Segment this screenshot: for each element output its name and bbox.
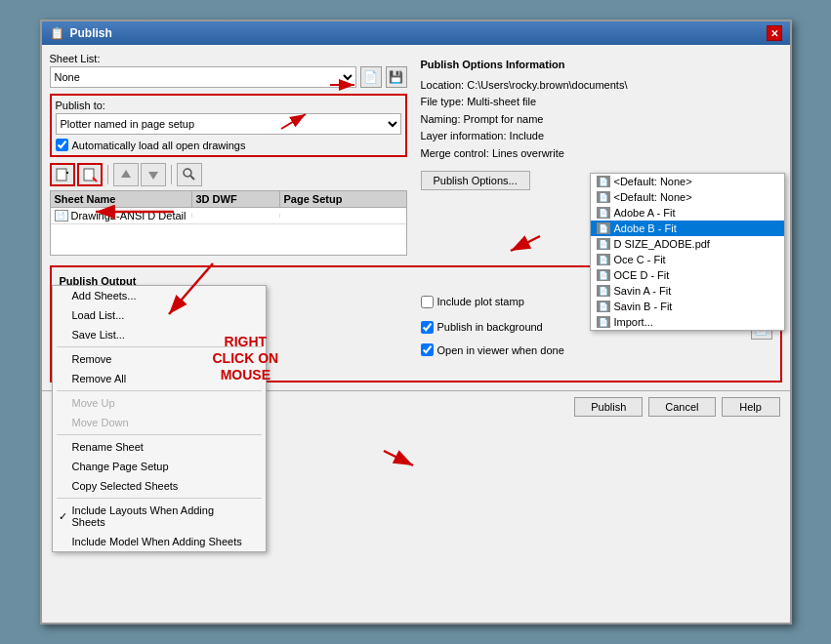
- ps-icon-2: 📄: [597, 207, 610, 219]
- ctx-include-model[interactable]: Include Model When Adding Sheets: [53, 532, 266, 551]
- ctx-add-sheets[interactable]: Add Sheets...: [53, 286, 266, 305]
- ps-item-4[interactable]: 📄 D SIZE_ADOBE.pdf: [591, 236, 784, 252]
- ps-item-3[interactable]: 📄 Adobe B - Fit: [591, 221, 784, 236]
- ps-icon-3: 📄: [597, 222, 610, 234]
- dwf-cell: [191, 214, 279, 218]
- publish-to-box: Publish to: Plotter named in page setup …: [50, 94, 407, 157]
- plot-stamp-label: Include plot stamp: [437, 296, 524, 307]
- ps-label-9: Import...: [614, 316, 653, 328]
- preview-btn[interactable]: [177, 163, 202, 186]
- dialog-title: Publish: [70, 26, 112, 40]
- sheet-list-icon-btn2[interactable]: 💾: [386, 66, 407, 88]
- background-label: Publish in background: [437, 321, 543, 333]
- ps-item-7[interactable]: 📄 Savin A - Fit: [591, 283, 784, 299]
- svg-marker-5: [121, 170, 131, 178]
- bottom-buttons: Publish Cancel Help: [574, 397, 779, 417]
- ps-item-0[interactable]: 📄 <Default: None>: [591, 174, 784, 189]
- filetype-value: Multi-sheet file: [467, 96, 536, 107]
- col-sheet-header: Sheet Name: [51, 191, 191, 207]
- sheet-list-icon-btn1[interactable]: 📄: [360, 66, 382, 88]
- ps-label-7: Savin A - Fit: [614, 285, 672, 297]
- ps-item-1[interactable]: 📄 <Default: None>: [591, 189, 784, 205]
- publish-to-dropdown[interactable]: Plotter named in page setup: [56, 113, 401, 135]
- ps-label-0: <Default: None>: [614, 176, 692, 187]
- naming-label: Naming:: [421, 113, 461, 125]
- svg-line-15: [384, 451, 413, 465]
- close-button[interactable]: ✕: [767, 25, 782, 41]
- sheet-list-row: None 📄 💾: [50, 66, 407, 88]
- naming-value: Prompt for name: [464, 113, 544, 125]
- move-up-btn[interactable]: [113, 163, 139, 186]
- auto-load-checkbox[interactable]: [56, 139, 68, 151]
- context-menu: Add Sheets... Load List... Save List... …: [52, 285, 267, 552]
- cancel-button[interactable]: Cancel: [648, 397, 715, 417]
- plot-stamp-checkbox[interactable]: [421, 296, 434, 308]
- ps-label-5: Oce C - Fit: [614, 254, 666, 265]
- toolbar-sep1: [107, 165, 108, 184]
- svg-line-8: [190, 176, 194, 180]
- location-value: C:\Users\rocky.brown\documents\: [467, 79, 627, 91]
- ctx-copy[interactable]: Copy Selected Sheets: [53, 476, 266, 496]
- help-button[interactable]: Help: [722, 397, 780, 417]
- ctx-include-layouts[interactable]: Include Layouts When Adding Sheets: [53, 501, 266, 532]
- right-click-annotation: RIGHTCLICK ONMOUSE: [213, 334, 279, 382]
- col-setup-header: Page Setup: [279, 191, 406, 207]
- ctx-move-down: Move Down: [53, 413, 266, 432]
- ps-icon-7: 📄: [597, 285, 610, 297]
- info-panel: Publish Options Information Location: C:…: [421, 57, 778, 163]
- ps-icon-5: 📄: [597, 254, 610, 265]
- publish-options-button[interactable]: Publish Options...: [421, 171, 530, 190]
- ps-item-9[interactable]: 📄 Import...: [591, 314, 784, 330]
- ps-icon-6: 📄: [597, 269, 610, 281]
- ps-icon-0: 📄: [597, 176, 610, 187]
- viewer-checkbox[interactable]: [421, 343, 434, 356]
- table-body: 📄 Drawing2-ANSI D Detail: [50, 207, 407, 256]
- page-setup-popup: 📄 <Default: None> 📄 <Default: None> 📄 Ad…: [590, 173, 785, 331]
- sheet-list-dropdown[interactable]: None: [50, 66, 356, 88]
- ps-icon-9: 📄: [597, 316, 610, 328]
- ctx-rename[interactable]: Rename Sheet: [53, 437, 266, 457]
- layer-value: Include: [510, 130, 544, 141]
- remove-sheet-btn[interactable]: [77, 163, 103, 186]
- ctx-change-setup[interactable]: Change Page Setup: [53, 457, 266, 476]
- title-bar: 📋 Publish ✕: [42, 21, 790, 45]
- sheet-name-value: Drawing2-ANSI D Detail: [71, 210, 187, 221]
- table-row[interactable]: 📄 Drawing2-ANSI D Detail: [51, 208, 406, 224]
- table-header: Sheet Name 3D DWF Page Setup: [50, 190, 407, 207]
- col-3ddwf-header: 3D DWF: [191, 191, 279, 207]
- viewer-row: Open in viewer when done: [421, 343, 772, 360]
- info-merge: Merge control: Lines overwrite: [421, 145, 778, 163]
- info-title: Publish Options Information: [421, 57, 778, 74]
- auto-load-label: Automatically load all open drawings: [72, 140, 246, 151]
- svg-point-7: [184, 169, 191, 177]
- toolbar-sep2: [171, 165, 172, 184]
- move-down-btn[interactable]: [141, 163, 166, 186]
- background-checkbox[interactable]: [421, 321, 434, 334]
- ps-item-8[interactable]: 📄 Savin B - Fit: [591, 299, 784, 314]
- ctx-move-up: Move Up: [53, 393, 266, 413]
- publish-button[interactable]: Publish: [574, 397, 643, 417]
- toolbar-row: [50, 163, 407, 186]
- ps-label-2: Adobe A - Fit: [614, 207, 676, 219]
- ps-icon-1: 📄: [597, 191, 610, 203]
- add-sheet-btn[interactable]: [50, 163, 75, 186]
- ctx-sep3: [57, 434, 262, 435]
- background-option: Publish in background: [421, 321, 543, 334]
- plot-stamp-option: Include plot stamp: [421, 296, 524, 308]
- viewer-option: Open in viewer when done: [421, 343, 564, 356]
- publish-dialog: 📋 Publish ✕ Sheet List: None 📄 💾: [40, 20, 792, 624]
- left-panel: Sheet List: None 📄 💾 Publish to: Plotter…: [50, 53, 407, 256]
- auto-load-row: Automatically load all open drawings: [56, 139, 401, 151]
- sheet-icon: 📄: [55, 210, 68, 221]
- ps-icon-8: 📄: [597, 301, 610, 312]
- ps-label-4: D SIZE_ADOBE.pdf: [614, 238, 710, 250]
- filetype-label: File type:: [421, 96, 465, 107]
- location-label: Location:: [421, 79, 465, 91]
- ps-item-6[interactable]: 📄 OCE D - Fit: [591, 267, 784, 283]
- ps-item-2[interactable]: 📄 Adobe A - Fit: [591, 205, 784, 221]
- ctx-sep4: [57, 498, 262, 499]
- ctx-load-list[interactable]: Load List...: [53, 305, 266, 325]
- ps-item-5[interactable]: 📄 Oce C - Fit: [591, 252, 784, 267]
- viewer-label: Open in viewer when done: [437, 344, 564, 356]
- info-filetype: File type: Multi-sheet file: [421, 94, 778, 111]
